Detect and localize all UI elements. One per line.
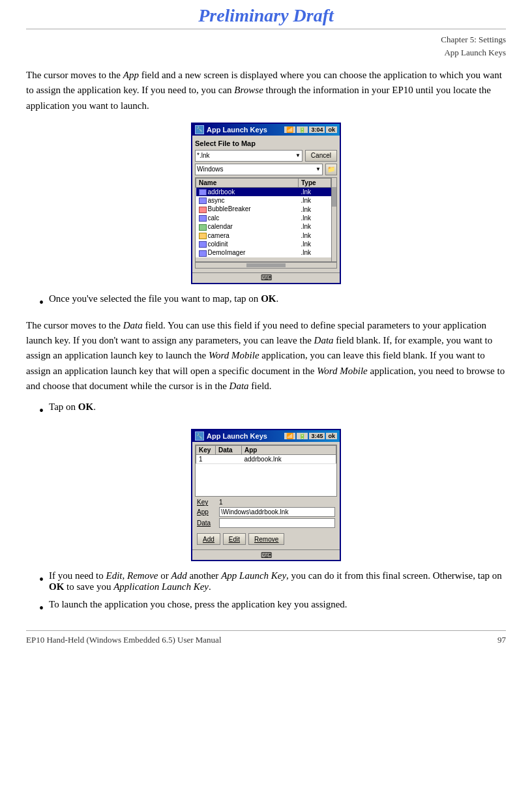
edit-button[interactable]: Edit [223,533,246,545]
cancel-button[interactable]: Cancel [305,150,337,162]
detail-app-row: App \Windows\addrbook.lnk [197,507,335,517]
detail-app-input[interactable]: \Windows\addrbook.lnk [219,507,335,517]
detail-key-row: Key 1 [197,499,335,506]
table-row[interactable]: BubbleBreaker .lnk [196,205,331,213]
file-list-wrapper: Name Type addrbook .lnk async .lnk [195,177,337,262]
screenshot1-container: 🔧 App Launch Keys 📶 🔋 3:04 ok Select Fil… [26,123,506,284]
bullet2-text: Tap on OK. [49,401,96,413]
titlebar2-left: 🔧 App Launch Keys [195,431,267,441]
scrollbar[interactable] [331,178,336,261]
dialog2-body: Key Data App 1 addrbook.lnk [192,442,340,549]
detail-app-label: App [197,508,216,516]
keyboard2-icon[interactable]: ⌨ [261,551,272,560]
titlebar-right: 📶 🔋 3:04 ok [284,126,337,133]
titlebar-app-icon: 🔧 [195,125,204,134]
titlebar2-right: 📶 🔋 3:45 ok [284,433,337,439]
dialog-select-file: 🔧 App Launch Keys 📶 🔋 3:04 ok Select Fil… [191,123,341,284]
detail-data-row: Data [197,518,335,528]
detail-data-label: Data [197,519,216,527]
file-icon [199,233,207,239]
chapter-line1: Chapter 5: Settings [26,33,506,46]
key-list-table: Key Data App 1 addrbook.lnk [196,445,336,464]
dialog-taskbar: ⌨ [192,272,340,283]
detail-data-input[interactable] [219,518,335,528]
scrollbar-thumb[interactable] [332,187,337,207]
chapter-info: Chapter 5: Settings App Launch Keys [26,33,506,59]
col-key: Key [196,446,216,455]
dialog-body: Select File to Map *.lnk ▼ Cancel Window… [192,136,340,272]
col-name: Name [196,178,299,187]
bullet4: • To launch the application you chose, p… [39,599,506,617]
col-data: Data [216,446,242,455]
detail-section: Key 1 App \Windows\addrbook.lnk Data [195,497,337,531]
file-icon [199,250,207,257]
paragraph2: The cursor moves to the Data field. You … [26,318,506,394]
file-icon [199,224,207,231]
folder-select[interactable]: Windows ▼ [195,164,323,175]
detail-key-value: 1 [219,499,223,506]
titlebar-signal-icon: 📶 [284,126,295,133]
bullet4-text: To launch the application you chose, pre… [49,599,347,610]
titlebar2-app-icon: 🔧 [195,431,204,441]
bullet1: • Once you've selected the file you want… [39,293,506,312]
page-header: Preliminary Draft [26,0,506,29]
remove-button-label: Remove [254,536,278,543]
file-icon [199,215,207,222]
remove-button[interactable]: Remove [248,533,284,545]
titlebar-left: 🔧 App Launch Keys [195,125,267,134]
table-row[interactable]: addrbook .lnk [196,187,331,196]
file-icon [199,241,207,248]
keyboard-icon[interactable]: ⌨ [261,273,272,282]
dialog2-titlebar: 🔧 App Launch Keys 📶 🔋 3:45 ok [192,430,340,442]
h-scrollbar-thumb[interactable] [246,263,286,267]
bullet3-text: If you need to Edit, Remove or Add anoth… [49,570,506,592]
titlebar-title: App Launch Keys [207,126,267,134]
folder-dropdown-arrow: ▼ [316,166,321,172]
filter-dropdown-arrow: ▼ [295,153,301,158]
bullet2: • Tap on OK. [39,401,506,420]
table-row[interactable]: calendar .lnk [196,222,331,231]
screenshot2-container: 🔧 App Launch Keys 📶 🔋 3:45 ok Key Data [26,429,506,561]
titlebar-ok-button[interactable]: ok [326,126,337,133]
dialog-titlebar: 🔧 App Launch Keys 📶 🔋 3:04 ok [192,124,340,136]
filter-row: *.lnk ▼ Cancel [195,150,337,162]
file-icon [199,197,207,204]
col-app: App [242,446,336,455]
page-title: Preliminary Draft [26,5,506,26]
table-row[interactable]: 1 addrbook.lnk [196,455,336,464]
folder-row: Windows ▼ 📁 [195,164,337,175]
titlebar2-ok-button[interactable]: ok [326,433,337,439]
add-button[interactable]: Add [197,533,220,545]
file-icon [199,207,207,213]
table-row[interactable]: coldinit .lnk [196,240,331,248]
bullet3: • If you need to Edit, Remove or Add ano… [39,570,506,592]
table-row[interactable]: DemoImager .lnk [196,248,331,257]
table-row[interactable]: async .lnk [196,196,331,205]
edit-button-label: Edit [229,536,240,543]
table-row[interactable]: camera .lnk [196,231,331,240]
page-footer: EP10 Hand-Held (Windows Embedded 6.5) Us… [26,630,506,645]
titlebar-time: 3:04 [309,126,325,133]
filter-select[interactable]: *.lnk ▼ [195,150,303,162]
bullet2-symbol: • [39,401,44,420]
dialog-app-launch-keys: 🔧 App Launch Keys 📶 🔋 3:45 ok Key Data [191,429,341,561]
bullet1-text: Once you've selected the file you want t… [49,293,278,304]
folder-navigate-button[interactable]: 📁 [325,164,337,175]
detail-key-label: Key [197,499,216,506]
titlebar2-time: 3:45 [309,433,325,439]
select-file-title: Select File to Map [195,138,337,150]
col-type: Type [299,178,331,187]
paragraph1: The cursor moves to the App field and a … [26,68,506,113]
titlebar-battery-icon: 🔋 [297,126,308,133]
horizontal-scrollbar[interactable] [195,262,337,269]
folder-value: Windows [197,166,224,173]
bullet1-symbol: • [39,293,44,312]
titlebar2-battery-icon: 🔋 [297,433,308,439]
bullet4-symbol: • [39,599,44,617]
dialog2-taskbar: ⌨ [192,549,340,560]
table-row[interactable]: calc .lnk [196,214,331,222]
titlebar2-title: App Launch Keys [207,432,267,440]
detail-app-value: \Windows\addrbook.lnk [221,508,288,516]
titlebar2-signal-icon: 📶 [284,433,295,439]
key-list-area: Key Data App 1 addrbook.lnk [195,445,337,497]
